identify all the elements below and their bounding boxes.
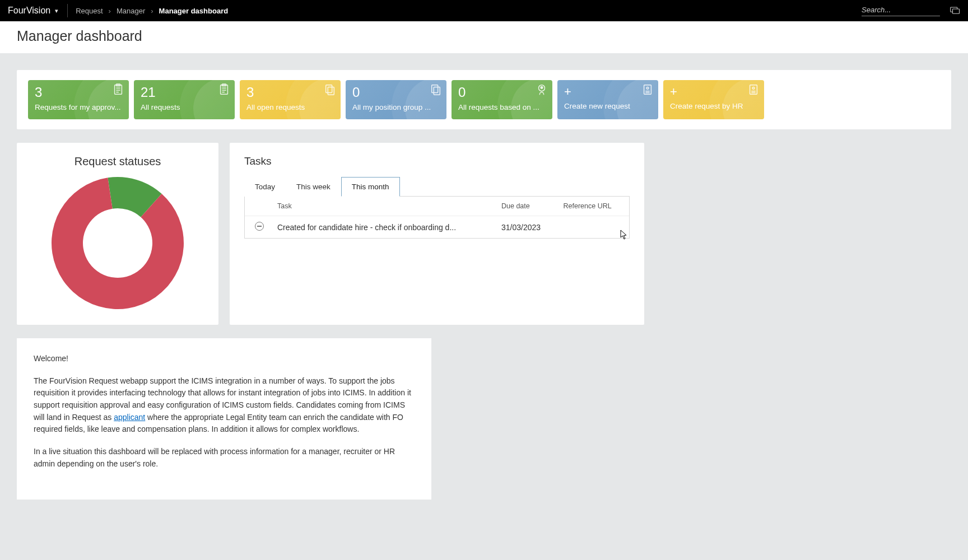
tab-this-week[interactable]: This week	[286, 177, 341, 197]
copy-icon	[430, 83, 442, 96]
welcome-body2: In a live situation this dashboard will …	[34, 446, 415, 470]
svg-point-15	[752, 87, 755, 89]
welcome-body1: The FourVision Request webapp support th…	[34, 375, 415, 436]
doc-icon	[747, 83, 760, 96]
welcome-greeting: Welcome!	[34, 353, 415, 365]
breadcrumb-item[interactable]: Request	[76, 7, 103, 15]
tasks-title: Tasks	[244, 155, 630, 167]
tasks-tabs: TodayThis weekThis month	[244, 176, 630, 197]
statuses-donut-chart	[50, 176, 185, 310]
svg-point-11	[541, 87, 543, 89]
request-statuses-card: Request statuses	[17, 143, 218, 325]
page-header: Manager dashboard	[0, 21, 968, 53]
clipboard-icon	[218, 83, 230, 96]
chevron-right-icon: ›	[151, 7, 153, 15]
tiles-section: 3Requests for my approv...21All requests…	[17, 70, 951, 129]
svg-rect-5	[222, 84, 226, 86]
col-task[interactable]: Task	[271, 197, 495, 216]
topbar: FourVision ▾ Request › Manager › Manager…	[0, 0, 968, 21]
col-reference-url[interactable]: Reference URL	[557, 197, 629, 216]
svg-rect-9	[434, 87, 440, 95]
welcome-card: Welcome! The FourVision Request webapp s…	[17, 338, 431, 500]
cell-due: 31/03/2023	[495, 216, 557, 239]
search-wrap	[862, 6, 940, 16]
head-icon	[536, 83, 548, 96]
tile-4[interactable]: 0All requests based on ...	[452, 80, 552, 119]
col-icon[interactable]	[245, 197, 271, 216]
tile-3[interactable]: 0All my position group ...	[346, 80, 446, 119]
tab-today[interactable]: Today	[244, 177, 286, 197]
svg-rect-7	[328, 87, 334, 95]
brand[interactable]: FourVision ▾	[8, 6, 61, 16]
search-input[interactable]	[862, 6, 940, 14]
tile-2[interactable]: 3All open requests	[240, 80, 341, 119]
chevron-down-icon: ▾	[55, 7, 58, 15]
applicant-link[interactable]: applicant	[114, 413, 145, 422]
separator	[67, 4, 68, 17]
messages-icon[interactable]	[950, 7, 960, 15]
cell-task: Created for candidate hire - check if on…	[271, 216, 495, 239]
svg-rect-6	[326, 85, 332, 93]
svg-rect-3	[116, 84, 120, 86]
cell-ref	[557, 216, 629, 239]
table-row[interactable]: Created for candidate hire - check if on…	[245, 216, 629, 239]
svg-rect-8	[432, 85, 438, 93]
doc-icon	[641, 83, 654, 96]
tasks-table: TaskDue dateReference URL Created for ca…	[245, 197, 629, 238]
tile-1[interactable]: 21All requests	[134, 80, 235, 119]
tab-this-month[interactable]: This month	[341, 177, 400, 197]
svg-rect-1	[953, 9, 960, 13]
brand-label: FourVision	[8, 6, 50, 16]
tile-0[interactable]: 3Requests for my approv...	[28, 80, 129, 119]
tile-6[interactable]: +Create request by HR	[663, 80, 764, 119]
clipboard-icon	[112, 83, 124, 96]
col-due-date[interactable]: Due date	[495, 197, 557, 216]
page-title: Manager dashboard	[17, 28, 951, 44]
copy-icon	[324, 83, 336, 96]
breadcrumb-item-current: Manager dashboard	[159, 7, 229, 15]
tile-5[interactable]: +Create new request	[557, 80, 658, 119]
breadcrumb: Request › Manager › Manager dashboard	[76, 7, 228, 15]
breadcrumb-item[interactable]: Manager	[117, 7, 145, 15]
statuses-title: Request statuses	[27, 155, 208, 168]
chevron-right-icon: ›	[109, 7, 111, 15]
tasks-card: Tasks TodayThis weekThis month TaskDue d…	[230, 143, 644, 325]
status-open-icon	[255, 222, 264, 231]
svg-point-13	[646, 87, 649, 89]
